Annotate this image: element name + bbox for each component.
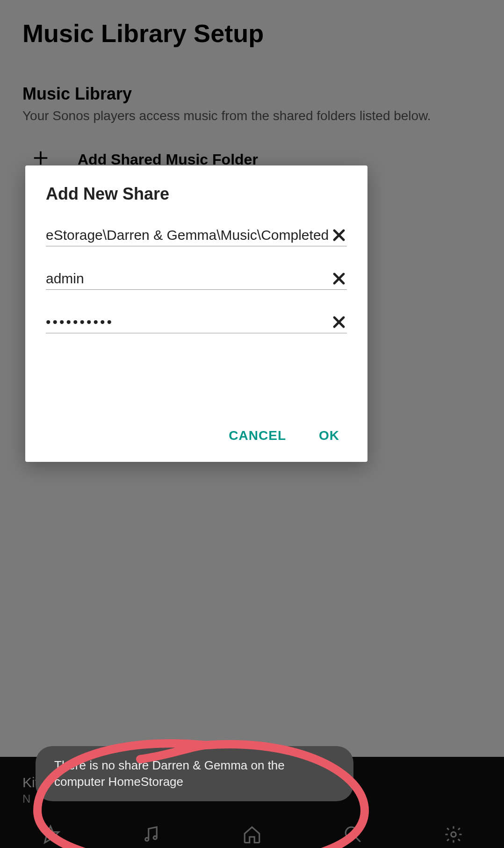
password-field: ••••••••••: [46, 314, 347, 333]
username-field: admin: [46, 271, 347, 290]
username-input[interactable]: admin: [46, 271, 331, 287]
share-path-field: eStorage\Darren & Gemma\Music\Completed: [46, 227, 347, 246]
add-new-share-dialog: Add New Share eStorage\Darren & Gemma\Mu…: [25, 165, 367, 462]
close-icon[interactable]: [331, 227, 347, 243]
password-input[interactable]: ••••••••••: [46, 314, 331, 330]
close-icon[interactable]: [331, 314, 347, 330]
dialog-title: Add New Share: [46, 184, 347, 204]
share-path-input[interactable]: eStorage\Darren & Gemma\Music\Completed: [46, 227, 331, 243]
ok-button[interactable]: OK: [319, 428, 339, 443]
close-icon[interactable]: [331, 271, 347, 287]
error-toast: There is no share Darren & Gemma on the …: [36, 746, 353, 801]
dialog-actions: CANCEL OK: [229, 428, 339, 443]
cancel-button[interactable]: CANCEL: [229, 428, 286, 443]
